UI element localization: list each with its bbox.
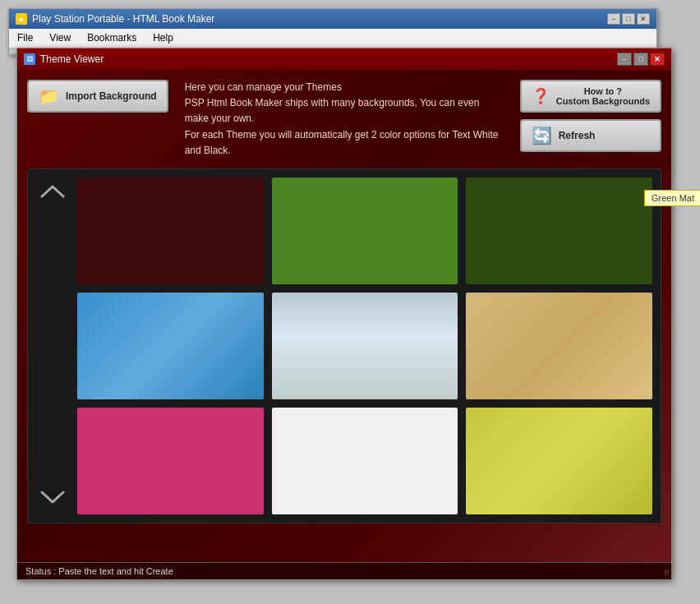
inner-close-button[interactable]: ✕: [650, 53, 665, 66]
outer-titlebar-controls: − □ ✕: [607, 13, 650, 25]
howto-button[interactable]: ❓ How to ? Custom Backgrounds: [520, 80, 661, 113]
info-line-2: PSP Html Book Maker ships with many back…: [185, 95, 504, 127]
green-mat-tooltip: Green Mat: [644, 190, 700, 206]
outer-minimize-button[interactable]: −: [607, 13, 620, 25]
theme-cell-7[interactable]: [77, 408, 264, 514]
scroll-up-button[interactable]: [40, 182, 65, 205]
theme-cell-3[interactable]: Green Mat: [466, 178, 652, 284]
inner-window-title: Theme Viewer: [40, 53, 104, 65]
refresh-icon: 🔄: [532, 126, 552, 145]
info-text-block: Here you can manage your Themes PSP Html…: [185, 80, 504, 159]
top-section: 📁 Import Background Here you can manage …: [27, 80, 661, 159]
refresh-button[interactable]: 🔄 Refresh: [520, 119, 661, 152]
inner-window-icon: 🖼: [24, 53, 35, 65]
inner-maximize-button[interactable]: □: [633, 53, 648, 66]
theme-cell-5[interactable]: [272, 293, 458, 399]
menu-file[interactable]: File: [9, 30, 41, 45]
inner-minimize-button[interactable]: −: [617, 53, 632, 66]
theme-cell-9[interactable]: [466, 408, 652, 514]
resize-grip[interactable]: ⠿: [664, 569, 670, 578]
inner-titlebar-left: 🖼 Theme Viewer: [24, 53, 104, 65]
outer-maximize-button[interactable]: □: [622, 13, 635, 25]
info-line-3: For each Theme you will automatically ge…: [185, 127, 504, 159]
status-text: Status : Paste the text and hit Create: [25, 566, 173, 576]
outer-titlebar: ■ Play Station Portable - HTML Book Make…: [9, 9, 656, 29]
info-line-1: Here you can manage your Themes: [185, 80, 504, 95]
inner-titlebar: 🖼 Theme Viewer − □ ✕: [17, 48, 671, 70]
status-bar: Status : Paste the text and hit Create ⠿: [17, 562, 671, 579]
theme-grid-container: Green Mat: [27, 168, 661, 523]
howto-icon: ❓: [532, 87, 550, 105]
import-button-label: Import Background: [66, 90, 157, 102]
outer-window-icon: ■: [16, 13, 27, 25]
outer-close-button[interactable]: ✕: [637, 13, 650, 25]
inner-titlebar-controls: − □ ✕: [617, 53, 665, 66]
howto-button-label: How to ? Custom Backgrounds: [556, 86, 650, 106]
right-buttons: ❓ How to ? Custom Backgrounds 🔄 Refresh: [520, 80, 661, 152]
theme-cell-8[interactable]: [272, 408, 458, 514]
menu-bookmarks[interactable]: Bookmarks: [79, 30, 145, 45]
menu-view[interactable]: View: [41, 30, 79, 45]
inner-body: 📁 Import Background Here you can manage …: [17, 70, 671, 579]
import-icon: 📁: [39, 86, 59, 106]
outer-titlebar-left: ■ Play Station Portable - HTML Book Make…: [16, 13, 214, 25]
menu-help[interactable]: Help: [145, 30, 182, 45]
refresh-button-label: Refresh: [559, 130, 596, 141]
theme-cell-1[interactable]: [77, 178, 264, 284]
theme-cell-2[interactable]: [272, 178, 458, 284]
theme-cell-6[interactable]: [466, 293, 652, 399]
theme-cell-4[interactable]: [77, 293, 264, 399]
theme-grid: Green Mat: [77, 178, 652, 514]
outer-window-title: Play Station Portable - HTML Book Maker: [32, 13, 214, 25]
inner-window: 🖼 Theme Viewer − □ ✕ 📁 Import Background…: [16, 48, 672, 580]
scroll-down-button[interactable]: [40, 487, 65, 510]
import-background-button[interactable]: 📁 Import Background: [27, 80, 168, 113]
outer-menubar: File View Bookmarks Help: [9, 29, 656, 48]
